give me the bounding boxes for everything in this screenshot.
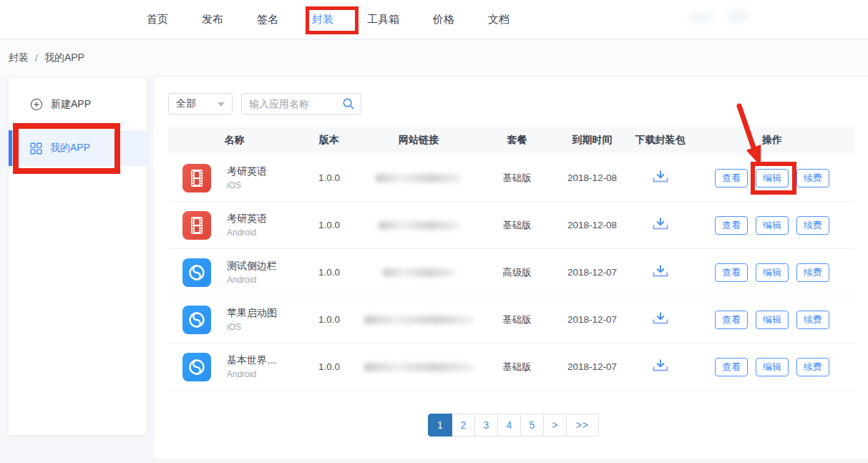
breadcrumb-bar: 封装 / 我的APP <box>0 40 868 76</box>
app-expiry: 2018-12-07 <box>555 267 630 278</box>
edit-button[interactable]: 编辑 <box>756 358 789 376</box>
search-input[interactable] <box>242 98 342 109</box>
col-header-plan: 套餐 <box>479 134 555 147</box>
col-header-name: 名称 <box>168 134 301 147</box>
app-platform: iOS <box>227 180 267 190</box>
sidebar: 新建APP 我的APP <box>9 77 147 435</box>
app-plan: 基础版 <box>479 313 555 326</box>
redacted-url <box>364 316 474 324</box>
view-button[interactable]: 查看 <box>715 311 748 329</box>
table-row: 苹果启动图iOS 1.0.0 基础版 2018-12-07 查看 编辑 续费 <box>168 296 854 343</box>
film-reel-icon <box>182 211 211 240</box>
download-tray-icon[interactable] <box>651 311 670 326</box>
app-expiry: 2018-12-08 <box>555 220 630 230</box>
caret-down-icon <box>218 102 225 110</box>
s-swirl-icon <box>182 353 211 381</box>
nav-tab-docs[interactable]: 文档 <box>488 13 509 26</box>
nav-tab-package[interactable]: 封装 <box>312 13 333 26</box>
edit-button[interactable]: 编辑 <box>756 169 789 187</box>
edit-button[interactable]: 编辑 <box>756 311 789 329</box>
app-name: 考研英语 <box>227 165 267 178</box>
page-next-button[interactable]: > <box>543 414 567 437</box>
filter-dropdown[interactable]: 全部 <box>168 93 233 114</box>
renew-button[interactable]: 续费 <box>796 216 829 235</box>
pagination: 1 2 3 4 5 > >> <box>428 414 599 437</box>
page-button-5[interactable]: 5 <box>520 414 544 437</box>
col-header-download: 下载封装包 <box>630 134 691 147</box>
table-header-row: 名称 版本 网站链接 套餐 到期时间 下载封装包 操作 <box>168 125 854 155</box>
app-name: 考研英语 <box>227 213 267 225</box>
renew-button[interactable]: 续费 <box>796 358 829 376</box>
nav-tab-price[interactable]: 价格 <box>433 13 454 26</box>
app-version: 1.0.0 <box>301 361 358 372</box>
grid-icon <box>30 142 42 155</box>
app-expiry: 2018-12-07 <box>555 361 630 372</box>
page-last-button[interactable]: >> <box>566 414 599 437</box>
sidebar-item-label: 新建APP <box>51 98 91 111</box>
sidebar-item-my-apps[interactable]: 我的APP <box>9 130 147 166</box>
col-header-url: 网站链接 <box>358 134 479 147</box>
app-expiry: 2018-12-07 <box>555 314 630 325</box>
page-button-2[interactable]: 2 <box>452 414 475 437</box>
edit-button[interactable]: 编辑 <box>756 216 789 235</box>
main-panel: 全部 名称 版本 网站链接 套餐 到期时间 下载封装包 操作 考研英语iOS <box>154 77 868 459</box>
edit-button[interactable]: 编辑 <box>756 263 789 282</box>
film-reel-icon <box>182 164 211 192</box>
main-nav: 首页 发布 签名 封装 工具箱 价格 文档 <box>147 0 509 39</box>
table-row: 基本世界…Android 1.0.0 基础版 2018-12-07 查看 编辑 … <box>168 343 854 391</box>
sidebar-item-label: 我的APP <box>50 142 90 155</box>
view-button[interactable]: 查看 <box>715 263 748 282</box>
app-plan: 高级版 <box>479 266 555 279</box>
renew-button[interactable]: 续费 <box>796 169 829 187</box>
nav-tab-sign[interactable]: 签名 <box>257 13 278 26</box>
app-version: 1.0.0 <box>301 267 358 278</box>
top-bar: 首页 发布 签名 封装 工具箱 价格 文档 <box>0 0 868 39</box>
view-button[interactable]: 查看 <box>715 216 748 235</box>
search-icon[interactable] <box>342 97 355 110</box>
download-tray-icon[interactable] <box>651 263 670 279</box>
renew-button[interactable]: 续费 <box>796 311 829 329</box>
app-version: 1.0.0 <box>301 314 358 325</box>
redacted-url <box>378 221 460 230</box>
download-tray-icon[interactable] <box>651 216 670 232</box>
breadcrumb-section[interactable]: 封装 <box>9 52 29 64</box>
col-header-expiry: 到期时间 <box>555 134 630 147</box>
app-version: 1.0.0 <box>301 220 358 230</box>
breadcrumb-current: 我的APP <box>44 52 84 64</box>
app-table: 名称 版本 网站链接 套餐 到期时间 下载封装包 操作 考研英语iOS 1.0.… <box>168 125 854 391</box>
redacted-url <box>375 174 462 182</box>
nav-tab-publish[interactable]: 发布 <box>202 13 223 26</box>
view-button[interactable]: 查看 <box>715 169 748 187</box>
nav-tab-toolbox[interactable]: 工具箱 <box>367 13 399 26</box>
table-row: 考研英语iOS 1.0.0 基础版 2018-12-08 查看 编辑 续费 <box>168 155 854 202</box>
app-platform: Android <box>227 369 277 379</box>
app-plan: 基础版 <box>479 361 555 374</box>
redacted-url <box>382 268 455 277</box>
page-button-1[interactable]: 1 <box>428 414 452 437</box>
nav-tab-home[interactable]: 首页 <box>147 13 168 26</box>
page-button-3[interactable]: 3 <box>474 414 498 437</box>
filter-dropdown-value: 全部 <box>176 97 196 110</box>
breadcrumb: 封装 / 我的APP <box>9 40 84 76</box>
sidebar-item-new-app[interactable]: 新建APP <box>9 93 147 116</box>
app-plan: 基础版 <box>479 172 555 185</box>
app-name: 苹果启动图 <box>227 307 277 320</box>
renew-button[interactable]: 续费 <box>796 263 829 282</box>
redacted-user-info <box>689 12 712 22</box>
app-platform: iOS <box>227 322 277 332</box>
app-plan: 基础版 <box>479 219 555 232</box>
col-header-actions: 操作 <box>691 134 854 147</box>
app-name: 基本世界… <box>227 354 277 367</box>
download-tray-icon[interactable] <box>651 169 670 185</box>
redacted-user-info <box>726 10 750 22</box>
app-version: 1.0.0 <box>301 172 358 183</box>
search-box <box>241 93 361 114</box>
app-platform: Android <box>227 275 277 285</box>
app-name: 测试侧边栏 <box>227 260 277 273</box>
app-expiry: 2018-12-08 <box>555 172 630 183</box>
page-button-4[interactable]: 4 <box>497 414 521 437</box>
view-button[interactable]: 查看 <box>715 358 748 376</box>
redacted-url <box>364 363 474 371</box>
download-tray-icon[interactable] <box>651 358 670 374</box>
app-platform: Android <box>227 228 267 238</box>
